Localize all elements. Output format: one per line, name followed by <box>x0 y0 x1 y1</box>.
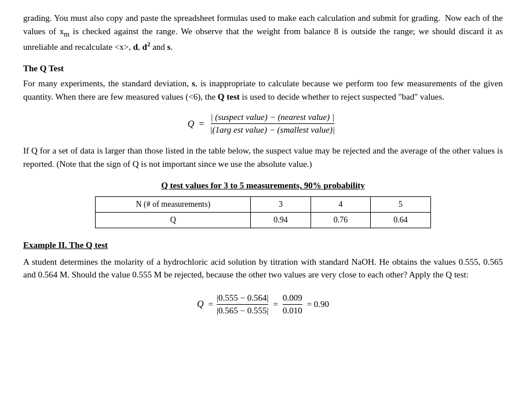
example-num-right: 0.009 <box>283 293 302 302</box>
table-cell-q-label: Q <box>96 213 251 228</box>
example-middle-eq: = <box>273 300 277 309</box>
q-fraction: | (suspect value) − (nearest value) | |(… <box>210 112 335 135</box>
table-cell-q-094: 0.94 <box>251 213 311 228</box>
example-paragraph: A student determines the molarity of a h… <box>23 255 503 282</box>
q-test-paragraph: For many experiments, the standard devia… <box>23 77 503 103</box>
q-test-paragraph2: If Q for a set of data is larger than th… <box>23 144 503 170</box>
table-cell-4: 4 <box>311 197 370 213</box>
example-denominator2: 0.010 <box>283 305 302 316</box>
example-result: = 0.90 <box>307 300 329 309</box>
table-section: Q test values for 3 to 5 measurements, 9… <box>23 181 503 228</box>
q-numerator: | (suspect value) − (nearest value) | <box>211 112 335 124</box>
example-fraction2: 0.009 0.010 <box>283 293 302 316</box>
q-equals-sign: = <box>199 119 204 129</box>
example-title: Example II. The Q test <box>23 239 503 252</box>
example-denominator: |0.565 − 0.555| <box>217 305 268 316</box>
example-eq-sign: = <box>208 300 213 309</box>
example-section: Example II. The Q test A student determi… <box>23 239 503 316</box>
q-denominator: |(1arg est value) − (smallest value)| <box>210 124 335 135</box>
example-numerator: |0.555 − 0.564| <box>217 293 268 305</box>
table-data-row: Q 0.94 0.76 0.64 <box>96 213 431 228</box>
example-den-right: 0.010 <box>283 306 302 315</box>
example-fraction: |0.555 − 0.564| |0.565 − 0.555| <box>217 293 268 316</box>
example-formula: Q = |0.555 − 0.564| |0.565 − 0.555| = 0.… <box>23 293 503 316</box>
intro-section: grading. You must also copy and paste th… <box>23 12 503 54</box>
q-values-table: N (# of measurements) 3 4 5 Q 0.94 0.76 … <box>95 196 431 228</box>
table-cell-q-064: 0.64 <box>371 213 431 228</box>
table-title: Q test values for 3 to 5 measurements, 9… <box>23 181 503 191</box>
q-formula: Q = | (suspect value) − (nearest value) … <box>23 112 503 135</box>
table-cell-q-076: 0.76 <box>311 213 370 228</box>
q-test-title: The Q Test <box>23 62 503 75</box>
example-num-left: |0.555 − 0.564| <box>217 293 268 302</box>
example-numerator2: 0.009 <box>283 293 302 305</box>
table-cell-n-label: N (# of measurements) <box>96 197 251 213</box>
example-den-left: |0.565 − 0.555| <box>217 306 268 315</box>
intro-paragraph: grading. You must also copy and paste th… <box>23 12 503 54</box>
q-test-section: The Q Test For many experiments, the sta… <box>23 62 503 171</box>
q-formula-label: Q <box>188 119 195 129</box>
example-q-label: Q <box>197 299 204 309</box>
table-cell-5: 5 <box>371 197 431 213</box>
table-header-row: N (# of measurements) 3 4 5 <box>96 197 431 213</box>
table-cell-3: 3 <box>251 197 311 213</box>
